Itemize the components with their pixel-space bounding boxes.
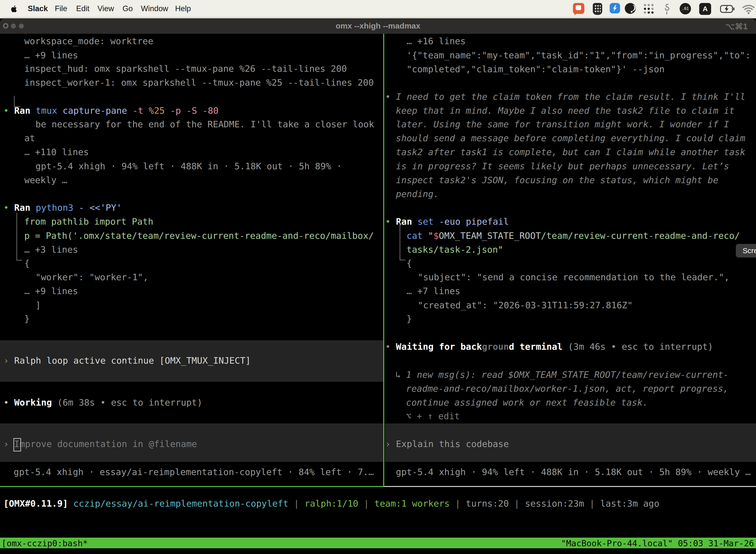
battery-icon[interactable] — [720, 3, 735, 15]
text-cursor — [13, 438, 21, 451]
bullet-icon: • — [3, 106, 14, 116]
left-python-code: from pathlib import Path — [24, 215, 153, 229]
right-json-output: "created_at": "2026-03-31T11:59:27.816Z" — [418, 298, 633, 312]
left-tmux-output: at — [24, 131, 35, 145]
left-output-line: inspect_hud: omx sparkshell --tmux-pane … — [24, 62, 347, 76]
crescent-icon[interactable] — [625, 3, 636, 14]
left-json-output: ] — [36, 298, 41, 312]
right-output-line: "completed","claim_token":"claim-token"}… — [406, 62, 665, 76]
window-title: omx --xhigh --madmax — [0, 21, 756, 31]
apple-menu-icon[interactable] — [10, 4, 18, 14]
crescent-mask — [627, 4, 634, 11]
thinking-line: later. Using the same for transition mig… — [396, 117, 729, 131]
tmux-host-clock: "MacBook-Pro-44.local" 05:03 31-Mar-26 — [561, 538, 754, 548]
mailbox-message-line: continue assigned work or next feasible … — [406, 396, 648, 409]
menu-window[interactable]: Window — [141, 4, 168, 13]
pulse-icon[interactable] — [610, 3, 620, 13]
count-badge-label: ..61 — [682, 6, 689, 11]
thinking-line: keep that in mind. Maybe I also need the… — [396, 104, 735, 118]
bullet-icon: • — [385, 341, 396, 352]
right-input-line[interactable]: › Explain this codebase — [385, 437, 509, 451]
screenshot-button[interactable]: Scre — [736, 244, 756, 258]
left-truncation-line: … +3 lines — [24, 243, 78, 257]
squiggle-icon[interactable] — [663, 3, 671, 15]
pane-divider[interactable] — [383, 34, 384, 487]
dots-grid-icon[interactable] — [643, 3, 654, 14]
left-ran-tmux-line: • Ran tmux capture-pane -t %25 -p -S -80 — [3, 104, 218, 118]
shield-grid-icon[interactable] — [593, 3, 602, 15]
screen: Slack File Edit View Go Window Help — [0, 0, 756, 554]
right-input-placeholder: Explain this codebase — [396, 439, 509, 449]
left-pane-border — [0, 486, 383, 487]
thinking-line: is in progress? It seems likely but perh… — [396, 159, 729, 173]
right-model-status: gpt-5.4 xhigh · 94% left · 488K in · 5.1… — [396, 465, 751, 479]
output-bracket — [399, 222, 405, 260]
right-pane-border — [384, 486, 756, 487]
titlebar[interactable]: omx --xhigh --madmax ⌥⌘1 — [0, 18, 756, 34]
window-shortcut-hint: ⌥⌘1 — [726, 21, 748, 31]
menu-file[interactable]: File — [55, 4, 67, 13]
output-bracket — [14, 96, 20, 107]
left-input-placeholder: Improve documentation in @filename — [14, 439, 197, 449]
thinking-line: should send a message before completing … — [396, 131, 745, 145]
bullet-icon: • — [3, 203, 14, 213]
left-tmux-output: gpt-5.4 xhigh · 94% left · 488K in · 5.1… — [36, 159, 342, 173]
menubar: Slack File Edit View Go Window Help — [0, 0, 756, 18]
right-cat-command: cat "$OMX_TEAM_STATE_ROOT/team/review-cu… — [406, 229, 740, 243]
left-truncation-line: … +9 lines — [24, 48, 78, 62]
left-model-status: gpt-5.4 xhigh · essay/ai-reimplementatio… — [14, 465, 374, 479]
left-tmux-output: weekly … — [24, 173, 67, 187]
ralph-banner: › Ralph loop active continue [OMX_TMUX_I… — [3, 354, 251, 368]
output-bracket — [16, 213, 22, 261]
terminal-window: omx --xhigh --madmax ⌥⌘1 workspace_mode:… — [0, 18, 756, 554]
bullet-icon: • — [385, 216, 396, 227]
mailbox-message-line: ↳ 1 new msg(s): read $OMX_TEAM_STATE_ROO… — [395, 368, 729, 382]
omx-status-line: [OMX#0.11.9] cczip/essay/ai-reimplementa… — [3, 498, 659, 509]
chevron-prompt-icon: › — [3, 439, 14, 449]
mailbox-message-line: readme-and-reco/mailbox/worker-1.json, a… — [406, 382, 729, 396]
left-output-line: workspace_mode: worktree — [24, 34, 153, 48]
menu-go[interactable]: Go — [123, 4, 133, 13]
right-output-line: '{"team_name":"my-team","task_id":"1","f… — [406, 48, 751, 62]
thinking-line: pending. — [396, 187, 439, 201]
menu-app-slack[interactable]: Slack — [28, 4, 48, 13]
count-badge-icon[interactable]: ..61 — [680, 3, 691, 14]
left-truncation-line: … +110 lines — [24, 145, 89, 159]
thinking-line: • I need to get the claim token from the… — [385, 90, 745, 104]
tmux-status-bar: [omx-cczip0:bash* "MacBook-Pro-44.local"… — [0, 538, 756, 548]
right-json-output: { — [406, 257, 412, 270]
left-input-line[interactable]: › Improve documentation in @filename — [3, 437, 197, 451]
right-truncation-line: … +7 lines — [406, 284, 460, 298]
chevron-prompt-icon: › — [3, 355, 14, 366]
menu-edit[interactable]: Edit — [76, 4, 89, 13]
right-truncation-line: … +16 lines — [406, 34, 465, 48]
a-key-label: A — [703, 5, 708, 13]
thinking-line: task2 after task1 is complete, but can I… — [396, 145, 745, 159]
bullet-icon: • — [385, 92, 396, 102]
right-json-output: } — [406, 312, 412, 326]
left-output-line: inspect_worker-1: omx sparkshell --tmux-… — [24, 76, 374, 90]
left-python-code: p = Path('.omx/state/team/review-current… — [24, 229, 374, 243]
left-truncation-line: … +9 lines — [24, 284, 78, 298]
edit-shortcut-hint: ⌥ + ↑ edit — [406, 409, 460, 423]
bullet-icon: • — [3, 397, 14, 407]
a-key-icon[interactable]: A — [699, 3, 711, 15]
waiting-status-line: • Waiting for background terminal (3m 46… — [385, 340, 713, 354]
menu-help[interactable]: Help — [175, 4, 191, 13]
wifi-icon[interactable] — [742, 3, 756, 15]
right-json-output: "subject": "send a concise recommendatio… — [418, 270, 730, 284]
right-cat-command: tasks/task-2.json" — [406, 243, 503, 257]
working-status-line: • Working (6m 38s • esc to interrupt) — [3, 396, 202, 409]
left-json-output: } — [24, 312, 30, 326]
left-json-output: "worker": "worker-1", — [36, 270, 148, 284]
crescent-dot — [631, 11, 632, 13]
chat-icon[interactable] — [573, 3, 584, 14]
chevron-prompt-icon: › — [385, 439, 396, 449]
chat-icon-tail — [574, 12, 578, 15]
menu-view[interactable]: View — [98, 4, 114, 13]
terminal-content: workspace_mode: worktree … +9 lines insp… — [0, 34, 756, 554]
return-arrow-icon: ↳ — [395, 370, 406, 380]
shield-grid-dots — [594, 4, 601, 13]
thinking-line: inspect task2's JSON, focusing on the st… — [396, 173, 718, 187]
chat-icon-inner — [576, 5, 581, 10]
